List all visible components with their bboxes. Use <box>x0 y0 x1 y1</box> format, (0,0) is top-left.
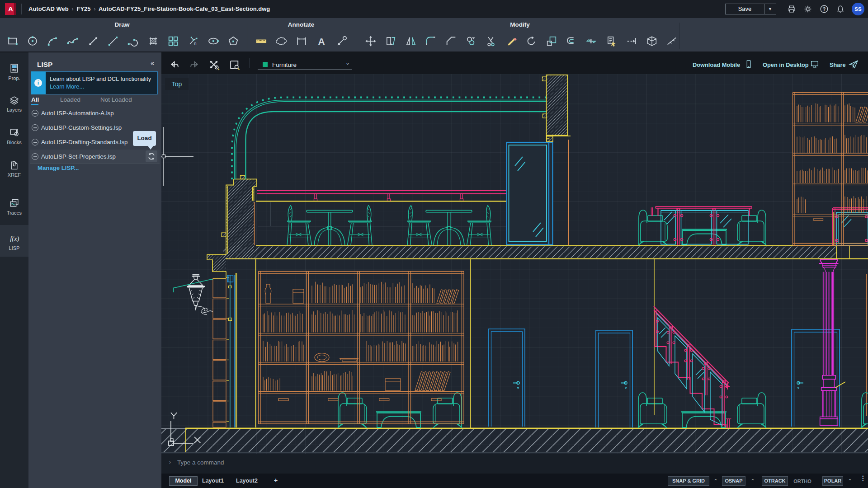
svg-text:n: n <box>194 41 196 46</box>
svg-text:A: A <box>318 36 325 47</box>
svg-text:f(x): f(x) <box>10 235 19 243</box>
svg-text:?: ? <box>823 6 826 12</box>
